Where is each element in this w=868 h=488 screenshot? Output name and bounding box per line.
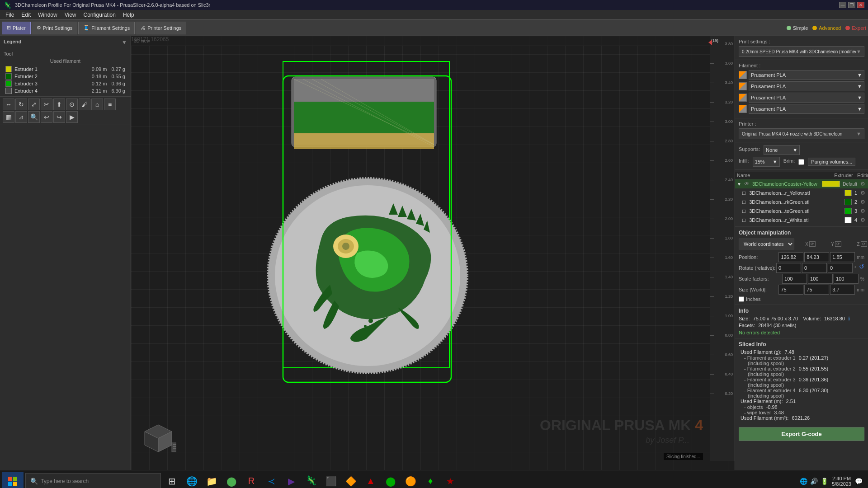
taskbar-app8[interactable]: 🟠: [401, 472, 420, 488]
volume-icon[interactable]: 🔊: [810, 478, 818, 485]
child1-icon: □: [742, 190, 745, 196]
fdm-support-tool[interactable]: ⌂: [91, 99, 103, 110]
position-z[interactable]: [830, 252, 855, 262]
scale-z[interactable]: [834, 274, 859, 284]
start-button[interactable]: [2, 472, 24, 488]
simple-mode[interactable]: Simple: [793, 25, 808, 31]
close-btn[interactable]: ✕: [857, 2, 864, 8]
object-row-3[interactable]: □ 3DChameleon...teGreen.stl 3 ⚙: [735, 206, 868, 216]
printer-settings-icon: 🖨: [141, 25, 146, 31]
position-y[interactable]: [804, 252, 829, 262]
date-display: 5/8/2023: [832, 481, 851, 487]
scale-x[interactable]: [782, 274, 807, 284]
menu-edit[interactable]: Edit: [18, 11, 34, 19]
rotate-x[interactable]: [776, 263, 801, 273]
taskbar-app9[interactable]: ♦: [421, 472, 439, 488]
inches-checkbox[interactable]: [739, 296, 744, 302]
size-x[interactable]: [778, 285, 803, 295]
filament2-select[interactable]: Prusament PLA▼: [749, 81, 864, 91]
redo-tool[interactable]: ↪: [53, 111, 65, 123]
rotate-y[interactable]: [802, 263, 827, 273]
scale-y[interactable]: [808, 274, 833, 284]
supports-select[interactable]: None▼: [764, 145, 800, 155]
taskbar-widgets[interactable]: ⊞: [163, 472, 181, 488]
rotate-tool[interactable]: ↻: [15, 99, 27, 110]
child3-settings[interactable]: ⚙: [859, 207, 866, 215]
menu-view[interactable]: View: [61, 11, 80, 19]
clock[interactable]: 2:40 PM 5/8/2023: [832, 476, 851, 487]
infill-select[interactable]: 15%▼: [753, 157, 780, 167]
parent-settings[interactable]: ⚙: [859, 180, 866, 188]
child4-settings[interactable]: ⚙: [859, 216, 866, 224]
rotate-z[interactable]: [828, 263, 853, 273]
taskbar-app6[interactable]: ▲: [362, 472, 380, 488]
taskbar-edge[interactable]: 🌐: [183, 472, 201, 488]
taskbar-app10[interactable]: ★: [441, 472, 459, 488]
notification-icon[interactable]: 💬: [855, 478, 863, 485]
eye-icon[interactable]: 👁: [744, 181, 750, 187]
export-gcode-button[interactable]: Export G-code: [739, 427, 864, 441]
child2-ext-num: 2: [854, 199, 857, 205]
object-row-4[interactable]: □ 3DChameleon...r_White.stl 4 ⚙: [735, 216, 868, 225]
move-tool[interactable]: ↔: [3, 99, 14, 110]
brim-checkbox[interactable]: [798, 159, 804, 165]
taskbar-explorer[interactable]: 📁: [203, 472, 221, 488]
size-y[interactable]: [804, 285, 829, 295]
extruder4-name: Extruder 4: [14, 88, 89, 94]
taskbar-chrome[interactable]: ⬤: [222, 472, 241, 488]
ruler-3.40: 3.40: [710, 80, 735, 85]
taskbar-app2[interactable]: ▶: [282, 472, 300, 488]
seam-tool[interactable]: ⊙: [66, 99, 78, 110]
child2-settings[interactable]: ⚙: [859, 198, 866, 206]
printer-dropdown[interactable]: Original Prusa MK4 0.4 nozzle with 3DCha…: [739, 128, 864, 139]
world-coordinates-dropdown[interactable]: World coordinates Local coordinates: [739, 239, 794, 249]
minimize-btn[interactable]: —: [839, 2, 846, 8]
undo-tool[interactable]: ↩: [41, 111, 52, 123]
auto-orient[interactable]: ⊿: [15, 111, 27, 123]
filament4-select[interactable]: Prusament PLA▼: [749, 104, 864, 114]
taskbar-app7[interactable]: ⬤: [382, 472, 400, 488]
info-facets-row: Facets: 28484 (30 shells): [739, 323, 864, 328]
search-tool[interactable]: 🔍: [28, 111, 40, 123]
slice-tool[interactable]: ▶: [66, 111, 78, 123]
restore-btn[interactable]: ❐: [848, 2, 855, 8]
purging-volumes-btn[interactable]: Purging volumes...: [808, 158, 855, 166]
filament-label: Filament :: [739, 63, 864, 68]
rotate-reset[interactable]: ↺: [859, 263, 864, 273]
position-x[interactable]: [778, 252, 803, 262]
taskbar-vscode[interactable]: ≺: [262, 472, 280, 488]
taskbar-search[interactable]: 🔍 Type here to search: [25, 473, 161, 488]
paint-tool[interactable]: 🖌: [79, 99, 90, 110]
object-row-1[interactable]: □ 3DChameleon...r_Yellow.stl 1 ⚙: [735, 188, 868, 197]
menu-help[interactable]: Help: [119, 11, 138, 19]
menu-configuration[interactable]: Configuration: [80, 11, 119, 19]
filament3-select[interactable]: Prusament PLA▼: [749, 93, 864, 103]
menu-file[interactable]: File: [2, 11, 18, 19]
child1-settings[interactable]: ⚙: [859, 189, 866, 197]
taskbar-app5[interactable]: 🔶: [342, 472, 360, 488]
printer-settings-tab[interactable]: 🖨 Printer Settings: [136, 22, 186, 34]
object-row-2[interactable]: □ 3DChameleon...rkGreen.stl 2 ⚙: [735, 197, 868, 206]
size-z[interactable]: [830, 285, 855, 295]
cut-tool[interactable]: ✂: [41, 99, 52, 110]
expert-mode[interactable]: Expert: [852, 25, 866, 31]
filament-settings-tab[interactable]: 🧵 Filament Settings: [78, 22, 135, 34]
viewport[interactable]: 3D view: [131, 36, 735, 470]
advanced-mode[interactable]: Advanced: [819, 25, 841, 31]
taskbar-app1[interactable]: R: [242, 472, 260, 488]
print-settings-tab[interactable]: ⚙ Print Settings: [32, 22, 77, 34]
taskbar-app4[interactable]: ⬛: [322, 472, 340, 488]
legend-arrow[interactable]: ▼: [122, 39, 127, 46]
taskbar-prusaslicer[interactable]: 🦎: [302, 472, 320, 488]
object-parent-row[interactable]: ▼ 👁 3DChameleonCoaster-Yellow Default ⚙: [735, 179, 868, 188]
arrange-tool[interactable]: ▦: [3, 111, 14, 123]
menu-window[interactable]: Window: [34, 11, 61, 19]
scale-tool[interactable]: ⤢: [28, 99, 40, 110]
variable-layer-tool[interactable]: ≡: [104, 99, 116, 110]
print-profile-dropdown[interactable]: 0.20mm SPEED Prusa MK4 with 3DChameleon …: [739, 46, 864, 57]
taskbar-right: 🌐 🔊 🔋 2:40 PM 5/8/2023 💬: [800, 476, 866, 487]
supports-tool[interactable]: ⬆: [53, 99, 65, 110]
network-icon[interactable]: 🌐: [800, 478, 807, 485]
filament1-select[interactable]: Prusament PLA▼: [749, 70, 864, 80]
plater-tab[interactable]: ⊞ Plater: [2, 22, 31, 34]
